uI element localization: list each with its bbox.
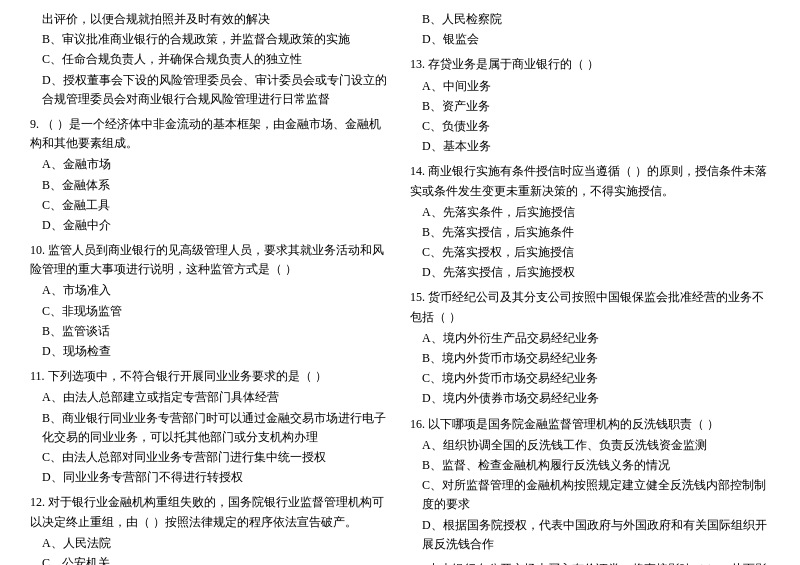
question-13-title: 13. 存贷业务是属于商业银行的（ ） [410,55,770,74]
question-9-option-c: C、金融工具 [42,196,390,215]
question-13-option-c: C、负债业务 [422,117,770,136]
question-14-option-a: A、先落实条件，后实施授信 [422,203,770,222]
page-content: 出评价，以便合规就拍照并及时有效的解决 B、审议批准商业银行的合规政策，并监督合… [30,10,770,565]
question-11-option-d: D、同业业务专营部门不得进行转授权 [42,468,390,487]
question-11-option-b: B、商业银行同业业务专营部门时可以通过金融交易市场进行电子化交易的同业业务，可以… [42,409,390,447]
question-12-title: 12. 对于银行业金融机构重组失败的，国务院银行业监督管理机构可以决定终止重组，… [30,493,390,531]
question-15-option-c: C、境内外货币市场交易经纪业务 [422,369,770,388]
question-16-option-d: D、根据国务院授权，代表中国政府与外国政府和有关国际组织开展反洗钱合作 [422,516,770,554]
question-10-option-d: D、现场检查 [42,342,390,361]
continuation-line-3: C、任命合规负责人，并确保合规负责人的独立性 [42,50,390,69]
question-13-option-d: D、基本业务 [422,137,770,156]
question-14-option-b: B、先落实授信，后实施条件 [422,223,770,242]
continuation-block: 出评价，以便合规就拍照并及时有效的解决 B、审议批准商业银行的合规政策，并监督合… [30,10,390,109]
question-15-option-a: A、境内外衍生产品交易经纪业务 [422,329,770,348]
question-9-option-a: A、金融市场 [42,155,390,174]
question-9-option-b: B、金融体系 [42,176,390,195]
question-10-title: 10. 监管人员到商业银行的见高级管理人员，要求其就业务活动和风险管理的重大事项… [30,241,390,279]
question-10-option-a: A、市场准入 [42,281,390,300]
left-column: 出评价，以便合规就拍照并及时有效的解决 B、审议批准商业银行的合规政策，并监督合… [30,10,390,565]
question-10-option-c: C、非现场监管 [42,302,390,321]
question-12: 12. 对于银行业金融机构重组失败的，国务院银行业监督管理机构可以决定终止重组，… [30,493,390,565]
question-16-option-c: C、对所监督管理的金融机构按照规定建立健全反洗钱内部控制制度的要求 [422,476,770,514]
continuation-option-b: B、人民检察院 [422,10,770,29]
question-14-option-d: D、先落实授信，后实施授权 [422,263,770,282]
question-15-option-d: D、境内外债券市场交易经纪业务 [422,389,770,408]
question-16-option-b: B、监督、检查金融机构履行反洗钱义务的情况 [422,456,770,475]
question-16: 16. 以下哪项是国务院金融监督管理机构的反洗钱职责（ ） A、组织协调全国的反… [410,415,770,554]
question-17-title: 17. 中央银行在公开市场上买入有价证券，将直接影响（ ），从而影响货币供应量。 [410,560,770,565]
question-12-option-c: C、公安机关 [42,554,390,565]
question-11: 11. 下列选项中，不符合银行开展同业业务要求的是（ ） A、由法人总部建立或指… [30,367,390,487]
question-13-option-a: A、中间业务 [422,77,770,96]
question-14-title: 14. 商业银行实施有条件授信时应当遵循（ ）的原则，授信条件未落实或条件发生变… [410,162,770,200]
question-11-title: 11. 下列选项中，不符合银行开展同业业务要求的是（ ） [30,367,390,386]
question-16-title: 16. 以下哪项是国务院金融监督管理机构的反洗钱职责（ ） [410,415,770,434]
question-10: 10. 监管人员到商业银行的见高级管理人员，要求其就业务活动和风险管理的重大事项… [30,241,390,361]
question-16-option-a: A、组织协调全国的反洗钱工作、负责反洗钱资金监测 [422,436,770,455]
question-15: 15. 货币经纪公司及其分支公司按照中国银保监会批准经营的业务不包括（ ） A、… [410,288,770,408]
question-10-option-b: B、监管谈话 [42,322,390,341]
continuation-line-1: 出评价，以便合规就拍照并及时有效的解决 [42,10,390,29]
continuation-line-4: D、授权董事会下设的风险管理委员会、审计委员会或专门设立的合规管理委员会对商业银… [42,71,390,109]
question-15-option-b: B、境内外货币市场交易经纪业务 [422,349,770,368]
question-9-title: 9. （ ）是一个经济体中非金流动的基本框架，由金融市场、金融机构和其他要素组成… [30,115,390,153]
question-13-option-b: B、资产业务 [422,97,770,116]
question-14-option-c: C、先落实授权，后实施授信 [422,243,770,262]
question-9: 9. （ ）是一个经济体中非金流动的基本框架，由金融市场、金融机构和其他要素组成… [30,115,390,235]
right-column: B、人民检察院 D、银监会 13. 存贷业务是属于商业银行的（ ） A、中间业务… [410,10,770,565]
continuation-options: B、人民检察院 D、银监会 [410,10,770,49]
question-9-option-d: D、金融中介 [42,216,390,235]
question-11-option-a: A、由法人总部建立或指定专营部门具体经营 [42,388,390,407]
question-15-title: 15. 货币经纪公司及其分支公司按照中国银保监会批准经营的业务不包括（ ） [410,288,770,326]
continuation-line-2: B、审议批准商业银行的合规政策，并监督合规政策的实施 [42,30,390,49]
continuation-option-d: D、银监会 [422,30,770,49]
question-14: 14. 商业银行实施有条件授信时应当遵循（ ）的原则，授信条件未落实或条件发生变… [410,162,770,282]
question-17: 17. 中央银行在公开市场上买入有价证券，将直接影响（ ），从而影响货币供应量。… [410,560,770,565]
question-11-option-c: C、由法人总部对同业业务专营部门进行集中统一授权 [42,448,390,467]
question-13: 13. 存贷业务是属于商业银行的（ ） A、中间业务 B、资产业务 C、负债业务… [410,55,770,156]
question-12-option-a: A、人民法院 [42,534,390,553]
